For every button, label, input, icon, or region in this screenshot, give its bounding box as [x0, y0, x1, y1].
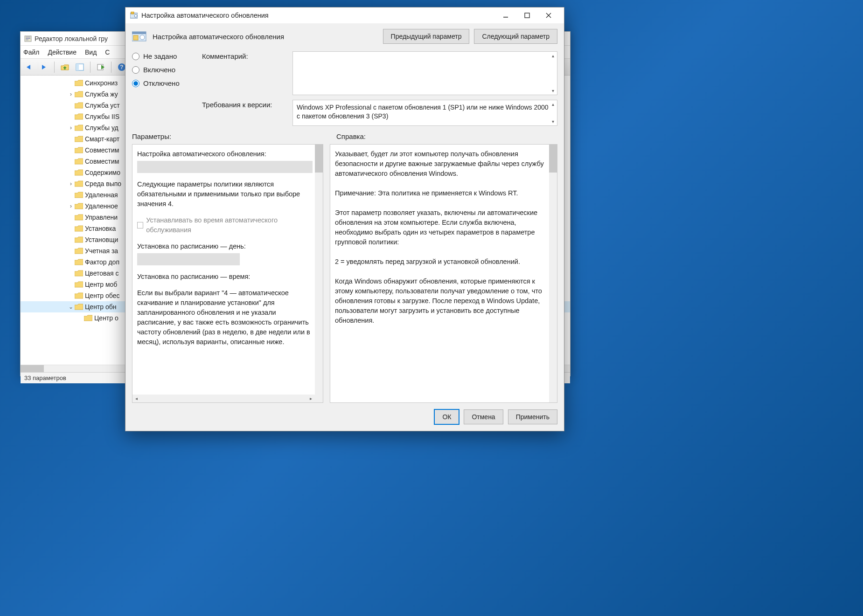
scroll-up-icon[interactable]: ▴ [549, 52, 557, 60]
nav-forward-icon[interactable] [37, 61, 50, 74]
tree-item-label: Служба уст [85, 102, 120, 109]
tree-item-label: Центр о [94, 314, 118, 322]
opt-note: Следующие параметры политики являются об… [137, 180, 313, 209]
menu-help[interactable]: С [105, 48, 110, 56]
opt-day-select[interactable] [137, 253, 240, 265]
folder-icon [75, 136, 83, 142]
tree-item-label: Установка [85, 225, 116, 232]
folder-icon [75, 214, 83, 221]
expand-icon[interactable]: › [67, 91, 75, 97]
nav-back-icon[interactable] [22, 61, 35, 74]
header-policy-icon [132, 31, 147, 42]
ok-button[interactable]: ОК [434, 409, 459, 424]
opt-day-label: Установка по расписанию — день: [137, 242, 313, 251]
options-h-scrollbar[interactable]: ◂ ▸ [132, 395, 315, 402]
close-icon[interactable] [538, 8, 559, 22]
scroll-down-icon[interactable]: ▾ [549, 87, 557, 95]
expand-icon[interactable]: › [67, 180, 75, 187]
gpedit-icon [24, 35, 32, 42]
help-label: Справка: [336, 132, 366, 140]
tree-item-label: Учетная за [85, 247, 118, 255]
radio-disabled[interactable]: Отключено [132, 79, 193, 87]
menu-file[interactable]: Файл [23, 48, 39, 56]
folder-icon [75, 80, 83, 86]
tree-item-label: Управлени [85, 214, 118, 221]
radio-enabled[interactable]: Включено [132, 66, 193, 74]
help-v-scrollbar[interactable] [549, 145, 557, 402]
folder-icon [75, 169, 83, 176]
opt-configure-select[interactable] [137, 161, 313, 173]
apply-button[interactable]: Применить [508, 409, 557, 424]
maximize-icon[interactable] [516, 8, 538, 22]
menu-action[interactable]: Действие [48, 48, 77, 56]
scroll-left-icon[interactable]: ◂ [132, 396, 140, 401]
folder-icon [75, 91, 83, 97]
policy-dialog: Настройка автоматического обновления Нас… [125, 7, 564, 431]
folder-up-icon[interactable] [58, 61, 71, 74]
opt-configure-label: Настройка автоматического обновления: [137, 149, 313, 159]
dialog-title: Настройка автоматического обновления [141, 12, 269, 19]
options-label: Параметры: [132, 132, 323, 140]
prev-setting-button[interactable]: Предыдущий параметр [383, 29, 470, 44]
tree-item-label: Среда выпо [85, 180, 121, 187]
dialog-footer: ОК Отмена Применить [125, 403, 564, 431]
scroll-down-icon[interactable]: ▾ [549, 118, 557, 125]
folder-icon [75, 236, 83, 243]
folder-icon [75, 113, 83, 120]
scroll-up-icon[interactable]: ▴ [549, 100, 557, 108]
folder-icon [75, 180, 83, 187]
folder-icon [75, 147, 83, 153]
opt-maintenance-checkbox[interactable]: Устанавливать во время автоматического о… [137, 215, 313, 235]
state-radios: Не задано Включено Отключено [132, 51, 193, 126]
help-p: Этот параметр позволяет указать, включен… [335, 208, 547, 247]
tree-item-label: Центр обн [85, 303, 117, 311]
tree-item-label: Служба жу [85, 90, 118, 98]
options-content: Настройка автоматического обновления: Сл… [132, 145, 323, 402]
svg-rect-16 [133, 35, 138, 40]
menu-view[interactable]: Вид [85, 48, 97, 56]
svg-point-11 [134, 14, 137, 17]
gpedit-title: Редактор локальной гру [35, 35, 108, 42]
minimize-icon[interactable] [495, 8, 516, 22]
comment-label: Комментарий: [202, 51, 286, 60]
expand-icon[interactable]: ⌄ [67, 304, 75, 310]
scroll-right-icon[interactable]: ▸ [307, 396, 315, 401]
dialog-titlebar[interactable]: Настройка автоматического обновления [125, 7, 564, 23]
radio-not-configured[interactable]: Не задано [132, 52, 193, 60]
tree-item-label: Содержимо [85, 169, 120, 176]
tree-item-label: Удаленная [85, 191, 118, 199]
folder-icon [75, 225, 83, 232]
show-tree-icon[interactable] [73, 61, 86, 74]
status-text: 33 параметров [24, 374, 66, 381]
cancel-button[interactable]: Отмена [464, 409, 503, 424]
svg-rect-5 [76, 64, 79, 70]
folder-icon [84, 315, 92, 321]
tree-item-label: Совместим [85, 146, 119, 154]
checkbox-icon [137, 222, 143, 228]
export-list-icon[interactable] [94, 61, 107, 74]
opt-time-label: Установка по расписанию — время: [137, 272, 313, 282]
help-pane: Указывает, будет ли этот компьютер получ… [330, 144, 557, 403]
svg-rect-13 [525, 13, 529, 18]
tree-item-label: Цветовая с [85, 270, 119, 277]
next-setting-button[interactable]: Следующий параметр [474, 29, 557, 44]
svg-rect-12 [503, 17, 508, 18]
expand-icon[interactable]: › [67, 203, 75, 209]
help-p: Когда Windows обнаружит обновления, кото… [335, 277, 547, 325]
folder-icon [75, 248, 83, 254]
help-p: 2 = уведомлять перед загрузкой и установ… [335, 257, 547, 267]
requirements-field: Windows XP Professional с пакетом обновл… [292, 100, 557, 126]
svg-rect-15 [132, 32, 146, 34]
options-pane: Настройка автоматического обновления: Сл… [132, 144, 323, 403]
options-v-scrollbar[interactable] [315, 145, 323, 395]
policy-icon [130, 12, 138, 19]
pane-labels: Параметры: Справка: [125, 132, 564, 140]
help-p: Примечание: Эта политика не применяется … [335, 188, 547, 198]
expand-icon[interactable]: › [67, 125, 75, 131]
panes: Настройка автоматического обновления: Сл… [125, 140, 564, 403]
comment-field[interactable]: ▴ ▾ [292, 51, 557, 95]
svg-rect-3 [26, 40, 28, 40]
svg-rect-10 [131, 12, 134, 14]
state-row: Не задано Включено Отключено Комментарий… [125, 49, 564, 130]
requirements-text: Windows XP Professional с пакетом обновл… [297, 104, 549, 120]
